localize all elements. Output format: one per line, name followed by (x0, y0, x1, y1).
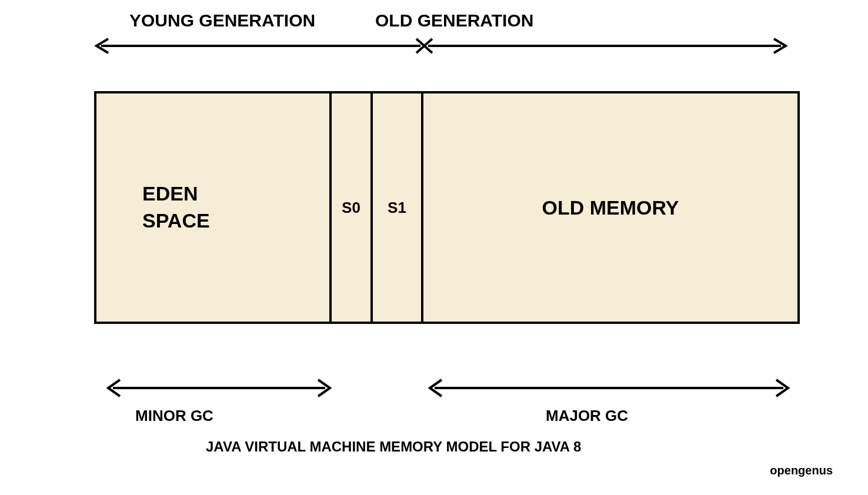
memory-boxes-container: EDEN SPACE S0 S1 OLD MEMORY (94, 91, 800, 324)
eden-space-box: EDEN SPACE (96, 93, 332, 322)
minor-gc-label: MINOR GC (135, 407, 213, 425)
top-arrows-svg (94, 34, 788, 58)
attribution-watermark: opengenus (770, 464, 833, 477)
major-gc-arrow (428, 376, 790, 400)
young-generation-label: YOUNG GENERATION (129, 11, 315, 31)
old-memory-box: OLD MEMORY (423, 93, 797, 322)
minor-gc-arrow (106, 376, 332, 400)
s0-box: S0 (332, 93, 373, 322)
major-gc-label: MAJOR GC (546, 407, 628, 425)
s1-box: S1 (373, 93, 423, 322)
top-arrow-row (94, 34, 788, 58)
old-generation-label: OLD GENERATION (375, 11, 533, 31)
eden-space-label: EDEN SPACE (142, 180, 210, 235)
old-memory-label: OLD MEMORY (542, 196, 679, 219)
s1-label: S1 (388, 199, 406, 217)
s0-label: S0 (342, 199, 360, 217)
diagram-caption: JAVA VIRTUAL MACHINE MEMORY MODEL FOR JA… (206, 439, 581, 455)
